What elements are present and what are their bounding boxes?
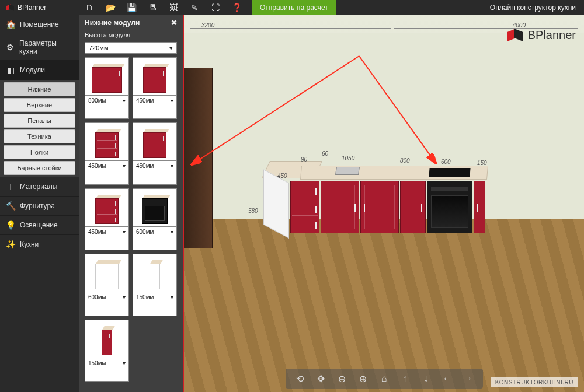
sidebar-item-materials[interactable]: ⊤ Материалы (0, 177, 79, 197)
3d-viewport[interactable]: 3200 4000 BPlanner (184, 15, 584, 392)
subnav-shelves[interactable]: Полки (4, 145, 75, 159)
fullscreen-icon[interactable]: ⛶ (205, 0, 226, 15)
pan-icon[interactable]: ✥ (315, 372, 328, 385)
subnav-bar[interactable]: Барные стойки (4, 161, 75, 175)
module-palette: Нижние модули ✖ Высота модуля 720мм ▾ 80… (79, 15, 184, 392)
new-file-icon[interactable]: 🗋 (79, 0, 100, 15)
bulb-icon: 💡 (6, 220, 15, 230)
send-quote-button[interactable]: Отправить на расчет (252, 0, 336, 15)
subnav-lower[interactable]: Нижние (4, 82, 75, 96)
card-width-select[interactable]: 450мм▾ (85, 160, 128, 171)
subnav-tall[interactable]: Пеналы (4, 114, 75, 128)
sidebar-item-room[interactable]: 🏠 Помещение (0, 15, 79, 34)
module-card[interactable]: 450мм▾ (85, 188, 129, 250)
sidebar-item-lighting[interactable]: 💡 Освещение (0, 216, 79, 235)
card-width-select[interactable]: 150мм▾ (85, 358, 128, 368)
chevron-down-icon: ▾ (123, 360, 126, 366)
height-label: Высота модуля (79, 30, 183, 41)
zoom-out-icon[interactable]: ⊖ (336, 372, 349, 385)
module-card[interactable]: 600мм▾ (133, 188, 177, 250)
chevron-down-icon: ▾ (123, 97, 126, 104)
module-card[interactable]: 450мм▾ (133, 57, 177, 119)
hammer-icon: 🔨 (6, 201, 15, 211)
app-logo: BPlanner (0, 4, 79, 12)
modules-subnav: Нижние Верхние Пеналы Техника Полки Барн… (0, 80, 79, 177)
help-icon[interactable]: ❓ (226, 0, 247, 15)
wand-icon: ✨ (6, 240, 15, 249)
orbit-icon[interactable]: ⟲ (294, 372, 307, 385)
card-width-select[interactable]: 800мм▾ (85, 95, 128, 106)
module-card[interactable]: 600мм▾ (85, 254, 129, 316)
chevron-down-icon: ▾ (171, 97, 173, 104)
app-title: Онлайн конструктор кухни (490, 4, 584, 12)
sidebar-item-hardware[interactable]: 🔨 Фурнитура (0, 197, 79, 216)
room-door (184, 68, 213, 249)
view-toolbar: ⟲ ✥ ⊖ ⊕ ⌂ ↑ ↓ ← → (286, 369, 483, 388)
down-icon[interactable]: ↓ (420, 372, 433, 385)
subnav-upper[interactable]: Верхние (4, 98, 75, 112)
brand-watermark: BPlanner (507, 27, 576, 43)
module-card[interactable]: 150мм▾ (85, 320, 129, 382)
module-card[interactable]: 150мм▾ (133, 254, 177, 316)
up-icon[interactable]: ↑ (399, 372, 412, 385)
height-select[interactable]: 720мм ▾ (85, 42, 177, 54)
open-file-icon[interactable]: 📂 (100, 0, 121, 15)
chevron-down-icon: ▾ (169, 44, 173, 52)
sidebar-item-params[interactable]: ⚙ Параметры кухни (0, 34, 79, 61)
card-width-select[interactable]: 450мм▾ (133, 95, 176, 106)
app-name: BPlanner (18, 4, 46, 12)
modules-icon: ◧ (6, 65, 15, 75)
module-cards: 800мм▾450мм▾450мм▾450мм▾450мм▾600мм▾600м… (79, 57, 183, 382)
card-width-select[interactable]: 150мм▾ (133, 292, 176, 302)
materials-icon: ⊤ (6, 182, 15, 191)
site-watermark: KONSTRUKTORKUHNI.RU (491, 377, 578, 387)
save-icon[interactable]: 💾 (121, 0, 142, 15)
sidebar-item-kitchens[interactable]: ✨ Кухни (0, 235, 79, 254)
zoom-fit-icon[interactable]: ⌂ (378, 372, 391, 385)
right-icon[interactable]: → (462, 372, 475, 385)
print-icon[interactable]: 🖶 (142, 0, 163, 15)
card-width-select[interactable]: 450мм▾ (85, 226, 128, 237)
card-width-select[interactable]: 600мм▾ (133, 226, 176, 237)
palette-title: Нижние модули (85, 19, 140, 27)
close-icon[interactable]: ✖ (171, 19, 177, 27)
home-icon: 🏠 (6, 20, 15, 29)
chevron-down-icon: ▾ (123, 163, 126, 169)
main-sidebar: 🏠 Помещение ⚙ Параметры кухни ◧ Модули Н… (0, 15, 79, 392)
chevron-down-icon: ▾ (171, 229, 173, 235)
edit-icon[interactable]: ✎ (184, 0, 205, 15)
chevron-down-icon: ▾ (171, 294, 173, 300)
left-icon[interactable]: ← (441, 372, 454, 385)
sidebar-item-modules[interactable]: ◧ Модули (0, 61, 79, 80)
kitchen-model[interactable]: 1050 800 600 150 60 90 450 580 (266, 149, 499, 254)
image-icon[interactable]: 🖼 (163, 0, 184, 15)
module-card[interactable]: 450мм▾ (85, 123, 129, 184)
gear-icon: ⚙ (6, 43, 15, 52)
module-card[interactable]: 800мм▾ (85, 57, 129, 119)
chevron-down-icon: ▾ (123, 294, 126, 300)
card-width-select[interactable]: 450мм▾ (133, 160, 176, 171)
chevron-down-icon: ▾ (171, 163, 173, 169)
zoom-in-icon[interactable]: ⊕ (357, 372, 370, 385)
card-width-select[interactable]: 600мм▾ (85, 292, 128, 302)
chevron-down-icon: ▾ (123, 229, 126, 235)
module-card[interactable]: 450мм▾ (133, 123, 177, 184)
subnav-appliances[interactable]: Техника (4, 130, 75, 144)
